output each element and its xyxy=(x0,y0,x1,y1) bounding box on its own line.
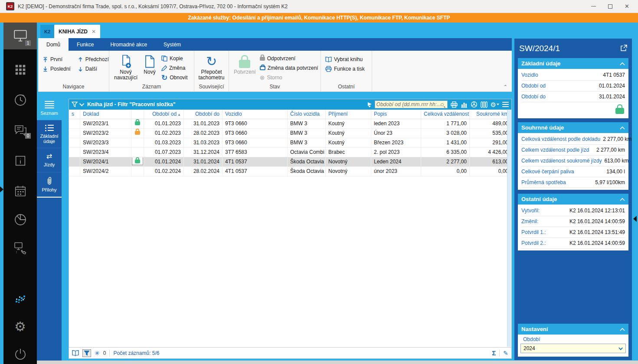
recalc-tachometer-button[interactable]: ↻ Přepočet tachometru xyxy=(196,53,227,83)
subnav-item-seznam[interactable]: Seznam xyxy=(37,96,62,120)
sidebar-item-modules[interactable] xyxy=(3,58,37,81)
sidebar-item-desktop[interactable]: 1 xyxy=(3,23,37,49)
sidebar-item-sparklink[interactable] xyxy=(3,288,37,311)
select-book-button[interactable]: Vybrat knihu xyxy=(324,55,369,64)
sum-icon[interactable]: Σ xyxy=(492,349,496,357)
filter-funnel-icon[interactable] xyxy=(72,101,78,107)
sidebar-item-logout[interactable] xyxy=(3,342,37,364)
confirmed-lock-icon xyxy=(135,121,140,125)
table-row[interactable]: SW/2023/3 01.03.2023 31.03.2023 9T3 0660… xyxy=(69,138,511,148)
grid-settings-icon[interactable]: ⚙ xyxy=(491,101,499,108)
confirm-lock-icon xyxy=(239,60,250,68)
right-panel-splitter[interactable] xyxy=(633,216,637,222)
sidebar-item-history[interactable] xyxy=(3,88,37,112)
unconfirm-button[interactable]: Odpotvrzení xyxy=(258,54,320,63)
run-filter-icon[interactable]: ▶ xyxy=(368,102,371,107)
panel-spacer xyxy=(517,254,629,323)
collapse-chevron-icon[interactable] xyxy=(620,124,625,131)
detail-row: Průměrná spotřeba5,97 l/100km xyxy=(521,177,625,188)
print-icon[interactable] xyxy=(451,101,458,108)
edit-icon[interactable]: ✎ xyxy=(503,350,508,357)
ribbon-tab-system[interactable]: Systém xyxy=(155,38,189,51)
collapse-chevron-icon[interactable] xyxy=(620,196,625,202)
col-header-vozidlo[interactable]: Vozidlo xyxy=(222,110,288,119)
chart-export-icon[interactable] xyxy=(461,101,468,108)
vertical-scrollbar[interactable] xyxy=(507,110,511,347)
web-wheel-icon[interactable] xyxy=(471,101,478,108)
copy-icon xyxy=(161,55,167,62)
period-dropdown[interactable]: 2024 xyxy=(520,344,626,353)
sidebar-item-remote[interactable] xyxy=(3,237,37,260)
tab-close-icon[interactable]: ✕ xyxy=(92,29,96,35)
next-button[interactable]: Další xyxy=(76,64,111,74)
section-header-ostatni[interactable]: Ostatní údaje xyxy=(518,194,628,205)
ribbon-tab-funkce[interactable]: Funkce xyxy=(69,38,102,51)
col-header-lock[interactable] xyxy=(131,110,144,119)
minimize-button[interactable] xyxy=(591,6,596,6)
arrow-up-icon xyxy=(78,57,83,62)
col-header-popis[interactable]: Popis xyxy=(371,110,421,119)
last-button[interactable]: Poslední xyxy=(41,64,72,74)
col-header-cislo-vozidla[interactable]: Číslo vozidla xyxy=(288,110,326,119)
subnav-item-prilohy[interactable]: Přílohy xyxy=(37,172,62,197)
collapse-chevron-icon[interactable] xyxy=(620,60,625,67)
col-header-soukrome-km[interactable]: Soukromé km xyxy=(470,110,511,119)
col-header-celkova-vzdalenost[interactable]: Celková vzdálenost xyxy=(421,110,470,119)
close-button[interactable]: ✕ xyxy=(625,3,629,10)
subnav-item-jizdy[interactable]: ⇄ Jízdy xyxy=(37,148,62,172)
sidebar-item-calendar[interactable] xyxy=(3,179,37,203)
collapse-chevron-icon[interactable] xyxy=(620,326,625,332)
focused-cell xyxy=(132,157,143,165)
printer-icon xyxy=(325,66,332,72)
open-in-window-icon[interactable] xyxy=(621,44,627,53)
tab-k2[interactable]: K2 xyxy=(40,25,54,38)
section-header-nastaveni[interactable]: Nastavení xyxy=(518,324,628,335)
left-panel-splitter[interactable] xyxy=(0,186,3,192)
confirm-button[interactable]: Potvrzení xyxy=(232,53,258,83)
ribbon-group-souvisejici: ↻ Přepočet tachometru Související xyxy=(194,51,229,91)
previous-button[interactable]: Předchozí xyxy=(76,55,111,64)
sidebar-item-settings[interactable]: ⚙ xyxy=(3,315,37,338)
col-header-s[interactable]: s xyxy=(69,110,80,119)
book-view-icon[interactable] xyxy=(72,350,79,356)
col-header-prijmeni[interactable]: Příjmení xyxy=(326,110,371,119)
ribbon-group-navigace: První Poslední Předchozí Další Navigace xyxy=(38,51,109,91)
storno-button[interactable]: ⊗ Storno xyxy=(258,73,320,82)
copy-button[interactable]: Kopie xyxy=(160,54,190,63)
tab-kniha-jizd-label: KNIHA JÍZD xyxy=(59,29,88,35)
subnav-item-zakladni-udaje[interactable]: Základní údaje xyxy=(37,120,62,148)
functions-print-button[interactable]: Funkce a tisk xyxy=(324,64,369,74)
freeze-icon[interactable]: ✳ xyxy=(95,350,100,356)
new-button[interactable]: Nový xyxy=(140,53,160,83)
table-row[interactable]: SW/2023/4 01.07.2023 31.12.2024 3T7 6583… xyxy=(69,148,511,157)
sidebar-item-messages[interactable]: 0 xyxy=(3,119,37,142)
columns-icon[interactable] xyxy=(481,101,487,108)
table-row[interactable]: SW/2023/1 01.01.2023 31.01.2023 9T3 0660… xyxy=(69,119,511,129)
col-header-obdobi-od[interactable]: Období od▲ xyxy=(144,110,184,119)
section-header-zakladni[interactable]: Základní údaje xyxy=(518,58,628,69)
search-input[interactable] xyxy=(376,101,441,107)
detail-row: Potvrdil 1.:K2 16.01.2024 13:51:49 xyxy=(521,227,625,238)
sidebar-item-info[interactable] xyxy=(3,149,37,172)
first-button[interactable]: První xyxy=(41,55,72,64)
table-row-selected[interactable]: SW/2024/1 01.01.2024 31.01.2024 4T1 0537… xyxy=(69,157,511,167)
tab-kniha-jizd[interactable]: KNIHA JÍZD ✕ xyxy=(54,25,100,38)
grid-menu-icon[interactable] xyxy=(502,102,509,107)
refresh-button[interactable]: ↻ Obnovit xyxy=(160,73,190,82)
ribbon-collapse-icon[interactable]: ⌃ xyxy=(504,84,507,90)
group-label-zaznam: Záznam xyxy=(112,83,191,91)
ribbon-tab-hromadne-akce[interactable]: Hromadné akce xyxy=(102,38,155,51)
col-header-doklad[interactable]: Doklad xyxy=(80,110,131,119)
ribbon-tab-domu[interactable]: Domů xyxy=(38,38,69,51)
filter-active-icon[interactable] xyxy=(82,349,91,357)
table-row[interactable]: SW/2023/2 01.02.2023 28.02.2023 9T3 0660… xyxy=(69,129,511,138)
new-follow-button[interactable]: Nový navazující xyxy=(112,53,140,83)
col-header-obdobi-do[interactable]: Období do xyxy=(184,110,222,119)
change-confirm-date-button[interactable]: Změna data potvrzení xyxy=(258,63,320,73)
section-header-souhrnne[interactable]: Souhrnné údaje xyxy=(518,122,628,133)
sidebar-item-reports[interactable] xyxy=(3,208,37,231)
change-button[interactable]: Změna xyxy=(160,63,190,73)
filter-chevron-icon[interactable] xyxy=(79,101,84,106)
table-row[interactable]: SW/2024/2 01.02.2024 28.02.2024 4T1 0537… xyxy=(69,167,511,176)
maximize-button[interactable] xyxy=(608,4,612,9)
